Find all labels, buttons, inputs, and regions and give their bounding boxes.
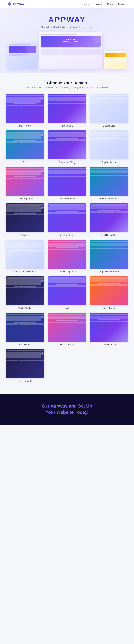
demo-name: E-commerce <box>90 124 128 127</box>
demo-card[interactable]: New Home 02 <box>6 349 44 382</box>
demo-name: Main Home <box>6 124 44 127</box>
demo-name: Email Marketing <box>48 198 86 200</box>
demo-card[interactable]: Payment Processing <box>90 167 128 200</box>
demo-name: Crypto <box>48 307 86 310</box>
demo-card[interactable]: Crypto <box>48 276 86 310</box>
demo-card[interactable]: Hr Management <box>6 167 44 200</box>
nav-features[interactable]: Features <box>94 2 103 6</box>
demo-card[interactable]: E-commerce <box>90 94 128 127</box>
demo-card[interactable]: Email Marketing <box>48 167 86 200</box>
hero-section: APPWAY Saas & Startup Multipurpose WordP… <box>0 8 134 73</box>
demo-name: Ride Sharing <box>90 307 128 310</box>
logo-icon <box>8 2 12 6</box>
demo-card[interactable]: Cloud Based Saas <box>90 204 128 236</box>
hero-title: APPWAY <box>4 15 130 24</box>
nav-links: Demos Features Pages Support <box>82 2 126 6</box>
demo-name: Digital Studio <box>6 307 44 310</box>
demo-name: Project Management <box>90 270 128 273</box>
demo-name: Hr Management <box>6 198 44 200</box>
demo-card[interactable]: Seo <box>6 130 44 164</box>
demo-card[interactable]: Home Charity <box>48 313 86 346</box>
demo-card[interactable]: Crm Management <box>48 240 86 273</box>
demos-title: Choose Your Demos <box>6 80 128 86</box>
demo-card[interactable]: Ride Sharing <box>90 276 128 310</box>
demo-name: Home Charity <box>48 343 86 346</box>
demo-card[interactable]: App Showcase <box>90 130 128 164</box>
demo-card[interactable]: New Home 01 <box>90 313 128 346</box>
footer-cta-title: Get Appway and Set Up Your Website Today… <box>4 403 130 415</box>
demo-card[interactable]: App Landing <box>48 94 86 127</box>
demo-name: Seo <box>6 161 44 164</box>
demo-name: New Home 01 <box>90 343 128 346</box>
nav-demos[interactable]: Demos <box>82 2 89 6</box>
demo-name: Digital Marketing <box>48 234 86 236</box>
demos-subtitle: 33 Different Demos here with Stunning De… <box>6 86 128 89</box>
demo-name: Cloud Based Saas <box>90 234 128 236</box>
demo-card[interactable]: Prototype & Wireframing <box>6 240 44 273</box>
logo[interactable]: APPWAY <box>8 2 24 6</box>
navbar: APPWAY Demos Features Pages Support <box>0 0 134 8</box>
demo-name: Crm Management <box>48 270 86 273</box>
hero-mockup-left <box>8 43 37 70</box>
nav-pages[interactable]: Pages <box>107 2 114 6</box>
footer-cta: Get Appway and Set Up Your Website Today… <box>0 394 134 424</box>
demo-name: Payment Processing <box>90 198 128 200</box>
demo-card[interactable]: Web Hosting <box>6 313 44 346</box>
demo-name: New Home 02 <box>6 380 44 382</box>
demo-card[interactable]: Startup <box>6 204 44 236</box>
demo-card[interactable]: Account & Billing <box>48 130 86 164</box>
demo-name: Account & Billing <box>48 161 86 164</box>
hero-mockup-right <box>104 51 126 70</box>
demo-card[interactable]: Project Management <box>90 240 128 273</box>
demo-grid: Main Home App Landing E-commerce Seo Acc… <box>6 94 128 382</box>
hero-subtitle: Saas & Startup Multipurpose WordPress Th… <box>4 26 130 28</box>
demo-name: App Showcase <box>90 161 128 164</box>
nav-support[interactable]: Support <box>118 2 126 6</box>
demo-name: Prototype & Wireframing <box>6 270 44 273</box>
hero-images: Shape YourIdeas Press YourWorld <box>4 32 130 70</box>
demo-name: App Landing <box>48 124 86 127</box>
demo-card[interactable]: Digital Studio <box>6 276 44 310</box>
demos-section: Choose Your Demos 33 Different Demos her… <box>0 73 134 390</box>
hero-mockup-center: Shape YourIdeas Press YourWorld <box>39 32 102 70</box>
demo-name: Web Hosting <box>6 343 44 346</box>
demo-name: Startup <box>6 234 44 236</box>
demo-card[interactable]: Main Home <box>6 94 44 127</box>
demo-card[interactable]: Digital Marketing <box>48 204 86 236</box>
